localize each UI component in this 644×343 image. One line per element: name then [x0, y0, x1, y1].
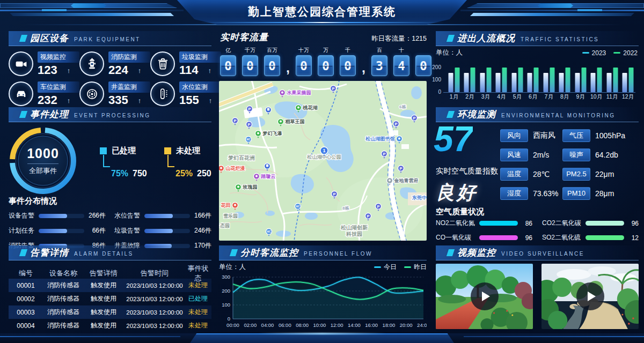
- distribution-track: [144, 229, 190, 233]
- svg-text:P: P: [233, 118, 236, 123]
- section-title: 视频监控: [457, 247, 496, 259]
- stat-value: 114↑: [179, 64, 221, 76]
- svg-text:P: P: [247, 122, 250, 127]
- donut-legend-item[interactable]: 未处理 25%250: [164, 146, 211, 178]
- up-arrow-icon: ↑: [208, 67, 212, 74]
- header-mark-icon: [439, 249, 447, 256]
- equipment-stat: 消防监测 224↑: [79, 51, 150, 76]
- env-metric: PM2.5 22μm: [562, 168, 638, 180]
- legend-label: 今日: [384, 263, 397, 272]
- legend-swatch: [582, 52, 589, 54]
- svg-text:300: 300: [222, 274, 230, 280]
- y-tick-label: 100: [432, 77, 441, 83]
- svg-text:松山湖创新: 松山湖创新: [340, 225, 368, 230]
- svg-text:态园: 态园: [219, 223, 230, 228]
- digit-cell: 十4: [393, 47, 409, 76]
- svg-text:WC: WC: [246, 138, 251, 141]
- bar-2023: [606, 73, 611, 92]
- traffic-month-group: 7月: [541, 66, 557, 101]
- month-label: 3月: [478, 93, 493, 101]
- flow-counter: 亿0千万0百万0,十万0万0千0,百3十40: [220, 47, 431, 76]
- legend-swatch: [613, 52, 620, 54]
- play-button[interactable]: [471, 282, 499, 310]
- traffic-month-group: 8月: [557, 66, 572, 101]
- legend-label: 2023: [592, 49, 606, 57]
- header-mark-icon: [12, 249, 20, 256]
- digit-cell: 万0: [318, 47, 334, 76]
- distribution-bar: 垃圾告警 246件: [114, 226, 211, 235]
- distribution-track: [39, 214, 84, 218]
- air-quality-bar: NO2二氧化氮 86: [436, 219, 532, 228]
- svg-text:桃花湖: 桃花湖: [303, 105, 318, 110]
- month-label: 12月: [620, 93, 635, 101]
- bar-2023: [559, 73, 564, 92]
- legend-swatch: [100, 147, 107, 154]
- status-badge: 未处理: [186, 281, 210, 290]
- bar-2022: [613, 68, 618, 92]
- month-label: 2月: [462, 93, 477, 101]
- table-row[interactable]: 00001消防传感器触发使用2023/10/03 12:00:00 未处理: [9, 279, 211, 292]
- env-metric-label: 噪声: [562, 148, 590, 161]
- month-label: 1月: [447, 93, 462, 101]
- section-header-video-surveillance: 视频监控 VIDEO SURVEILLANCE: [436, 245, 639, 260]
- traffic-month-group: 4月: [494, 66, 509, 101]
- svg-text:0: 0: [228, 316, 230, 322]
- section-subtitle: VIDEO SURVEILLANCE: [501, 249, 584, 257]
- air-quality-value: 12: [628, 234, 639, 242]
- aqi-value: 57: [434, 121, 473, 156]
- video-thumbnail-2[interactable]: [541, 264, 639, 329]
- flow-legend: 今日昨日: [374, 263, 427, 272]
- table-row[interactable]: 00003消防传感器触发使用2023/10/03 12:00:00 未处理: [9, 305, 211, 319]
- header-mark-icon: [230, 249, 238, 256]
- svg-text:P: P: [399, 166, 402, 171]
- section-title: 进出人流概况: [457, 32, 515, 44]
- yesterday-value: 1215: [412, 35, 427, 42]
- equipment-stat: 垃圾监测 114↑: [150, 51, 221, 76]
- header-mark-icon: [12, 111, 20, 118]
- header-mark-icon: [447, 35, 455, 42]
- section-header-park-equipment: 园区设备 PARK EQUIPMENT: [9, 31, 211, 46]
- svg-text:12:00: 12:00: [331, 322, 343, 328]
- section-subtitle: ENVIRONMENTAL MONITORING: [501, 110, 616, 118]
- camera-icon: [9, 51, 33, 76]
- traffic-month-group: 12月: [620, 66, 635, 101]
- env-metric-label: PM2.5: [562, 168, 590, 181]
- distribution-value: 266件: [87, 211, 106, 220]
- distribution-track: [144, 214, 190, 218]
- stat-label: 垃圾监测: [179, 51, 221, 63]
- svg-text:04:00: 04:00: [261, 322, 274, 328]
- page-title: 勤上智慧公园综合管理系统: [177, 0, 467, 24]
- legend-item[interactable]: 今日: [374, 263, 397, 272]
- legend-pct: 25%: [175, 169, 193, 178]
- svg-text:1: 1: [323, 148, 325, 153]
- table-row[interactable]: 00002消防传感器触发使用2023/10/03 12:00:00 已处理: [9, 292, 211, 305]
- svg-text:WC: WC: [296, 205, 300, 208]
- section-subtitle: EVENT PROCESSING: [74, 110, 151, 118]
- bar-2023: [464, 73, 469, 92]
- svg-text:金地青雲府: 金地青雲府: [394, 178, 419, 183]
- video-thumbnail-1[interactable]: [436, 264, 533, 329]
- legend-item[interactable]: 2023: [582, 49, 606, 57]
- play-icon: [482, 292, 490, 301]
- env-metric-value: 西南风: [533, 131, 555, 140]
- air-quality-value: 96: [522, 234, 532, 242]
- header-mark-icon: [12, 35, 20, 42]
- env-metric: 湿度 73.63%: [500, 188, 562, 199]
- park-map-svg: 梦幻百花洲松山湖中心公园6栋8栋东莞中松山湖创新科技园雪乐园态园 水果采摘园桃花…: [219, 81, 427, 241]
- header-mark-icon: [19, 249, 27, 256]
- section-header-traffic-stats: 进出人流概况 TRAFFIC STATISTICS: [436, 31, 639, 46]
- section-subtitle: PARK EQUIPMENT: [74, 34, 141, 42]
- svg-text:P: P: [332, 86, 334, 91]
- svg-text:18:00: 18:00: [383, 322, 396, 328]
- legend-item[interactable]: 昨日: [404, 263, 427, 272]
- table-row[interactable]: 00004消防传感器触发使用2023/10/03 12:00:00 未处理: [9, 319, 211, 332]
- bar-2022: [471, 68, 475, 92]
- traffic-month-group: 10月: [589, 66, 604, 101]
- play-button[interactable]: [576, 282, 604, 310]
- donut-legend-item[interactable]: 已处理 75%750: [100, 146, 147, 178]
- legend-item[interactable]: 2022: [613, 49, 638, 57]
- distribution-value: 246件: [193, 226, 211, 235]
- park-map[interactable]: 梦幻百花洲松山湖中心公园6栋8栋东莞中松山湖创新科技园雪乐园态园 水果采摘园桃花…: [219, 81, 427, 241]
- bar-2023: [449, 73, 453, 92]
- traffic-unit-label: 单位：人: [436, 48, 463, 57]
